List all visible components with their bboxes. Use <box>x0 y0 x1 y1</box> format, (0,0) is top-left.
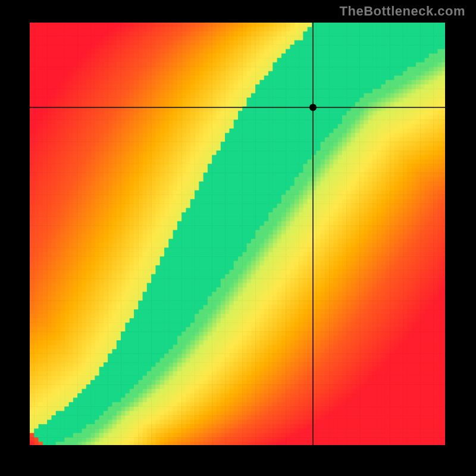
heatmap-canvas <box>30 23 446 446</box>
watermark-text: TheBottleneck.com <box>340 4 465 19</box>
heatmap-plot <box>30 23 446 446</box>
